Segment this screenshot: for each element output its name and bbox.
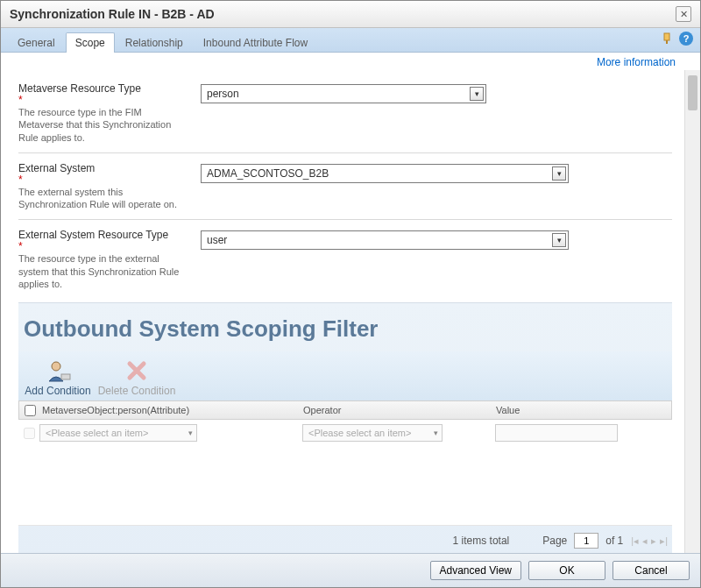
pager-nav: |◂ ◂ ▸ ▸| — [630, 535, 669, 547]
metaverse-resource-type-select[interactable]: person ▾ — [201, 84, 486, 103]
dialog-footer: Advanced View OK Cancel — [1, 553, 700, 587]
content-wrapper: Metaverse Resource Type * The resource t… — [1, 70, 700, 553]
row-checkbox — [24, 428, 35, 439]
section-title: Outbound System Scoping Filter — [18, 303, 672, 351]
vertical-scrollbar[interactable] — [684, 70, 700, 553]
tabbar-actions: ? — [660, 32, 693, 46]
operator-select[interactable]: <Please select an item> ▾ — [302, 424, 443, 442]
value-input[interactable] — [495, 424, 618, 442]
advanced-view-button[interactable]: Advanced View — [430, 561, 522, 580]
column-header-operator: Operator — [303, 405, 496, 415]
items-total-label: 1 items total — [453, 535, 510, 547]
svg-point-2 — [52, 362, 60, 371]
select-value: user — [207, 234, 227, 246]
field-label: Metaverse Resource Type — [18, 82, 185, 95]
field-input-area: person ▾ — [201, 82, 569, 144]
tool-label: Add Condition — [25, 385, 90, 397]
filter-grid-body: <Please select an item> ▾ <Please select… — [18, 420, 672, 525]
close-icon: ✕ — [680, 9, 688, 20]
page-number-input[interactable] — [574, 533, 598, 549]
required-marker: * — [18, 96, 185, 104]
close-button[interactable]: ✕ — [676, 6, 691, 22]
svg-rect-0 — [664, 33, 669, 40]
required-marker: * — [18, 175, 185, 184]
delete-condition-button: Delete Condition — [97, 358, 176, 397]
help-icon[interactable]: ? — [679, 32, 693, 46]
more-information-link[interactable]: More information — [597, 56, 676, 68]
row-checkbox-cell — [18, 428, 39, 439]
field-label-block: External System * The external system th… — [18, 162, 185, 211]
required-marker: * — [18, 242, 185, 251]
field-description: The external system this Synchronization… — [18, 186, 185, 211]
column-header-value: Value — [496, 405, 671, 415]
header-checkbox-cell — [19, 405, 40, 416]
operator-cell: <Please select an item> ▾ — [302, 424, 495, 442]
delete-x-icon — [123, 358, 151, 383]
field-metaverse-resource-type: Metaverse Resource Type * The resource t… — [18, 74, 672, 153]
select-value: person — [207, 88, 239, 100]
add-condition-button[interactable]: Add Condition — [18, 358, 97, 397]
field-label-block: Metaverse Resource Type * The resource t… — [18, 82, 185, 144]
pager-last-icon[interactable]: ▸| — [659, 535, 669, 547]
filter-toolbar: Add Condition Delete Condition — [18, 351, 672, 400]
dialog-title: Synchronization Rule IN - B2B - AD — [10, 7, 215, 21]
ok-button[interactable]: OK — [528, 561, 605, 580]
pin-icon[interactable] — [660, 32, 674, 46]
more-info-row: More information — [1, 53, 700, 70]
pager-next-icon[interactable]: ▸ — [650, 535, 657, 547]
field-input-area: ADMA_SCONTOSO_B2B ▾ — [201, 162, 569, 211]
tab-inbound-attribute-flow[interactable]: Inbound Attribute Flow — [194, 32, 317, 53]
field-label: External System Resource Type — [18, 229, 185, 241]
external-system-resource-type-select[interactable]: user ▾ — [201, 230, 569, 250]
value-cell — [495, 424, 672, 442]
scrollbar-thumb[interactable] — [688, 75, 697, 110]
filter-grid-header: MetaverseObject:person(Attribute) Operat… — [18, 400, 672, 420]
field-label-block: External System Resource Type * The reso… — [18, 229, 185, 290]
page-label: Page — [542, 535, 567, 547]
attribute-cell: <Please select an item> ▾ — [39, 424, 302, 442]
field-external-system: External System * The external system th… — [18, 153, 672, 221]
tab-general[interactable]: General — [8, 32, 65, 53]
tab-relationship[interactable]: Relationship — [116, 32, 193, 53]
svg-rect-3 — [61, 374, 70, 379]
chevron-down-icon: ▾ — [470, 87, 484, 101]
select-all-checkbox[interactable] — [25, 405, 36, 416]
person-add-icon — [44, 358, 72, 383]
page-of-label: of 1 — [605, 535, 623, 547]
grid-pager: 1 items total Page of 1 |◂ ◂ ▸ ▸| — [18, 525, 672, 553]
title-bar: Synchronization Rule IN - B2B - AD ✕ — [1, 1, 700, 28]
field-description: The resource type in the FIM Metaverse t… — [18, 106, 185, 144]
chevron-down-icon: ▾ — [552, 233, 566, 247]
external-system-select[interactable]: ADMA_SCONTOSO_B2B ▾ — [201, 164, 569, 183]
select-value: ADMA_SCONTOSO_B2B — [207, 167, 329, 180]
chevron-down-icon: ▾ — [434, 429, 438, 437]
pager-prev-icon[interactable]: ◂ — [641, 535, 648, 547]
tool-label: Delete Condition — [98, 385, 176, 397]
tab-bar: General Scope Relationship Inbound Attri… — [1, 28, 700, 53]
tab-scope[interactable]: Scope — [66, 32, 115, 53]
field-label: External System — [18, 162, 185, 174]
chevron-down-icon: ▾ — [552, 166, 566, 181]
pager-first-icon[interactable]: |◂ — [630, 535, 640, 547]
chevron-down-icon: ▾ — [188, 429, 193, 437]
column-header-attribute: MetaverseObject:person(Attribute) — [40, 405, 303, 415]
cancel-button[interactable]: Cancel — [612, 561, 690, 580]
field-input-area: user ▾ — [201, 229, 569, 290]
dialog-window: Synchronization Rule IN - B2B - AD ✕ Gen… — [0, 0, 701, 588]
attribute-select[interactable]: <Please select an item> ▾ — [39, 424, 197, 442]
scrollable-content: Metaverse Resource Type * The resource t… — [1, 70, 684, 553]
svg-rect-1 — [666, 40, 668, 44]
select-placeholder: <Please select an item> — [308, 428, 411, 438]
select-placeholder: <Please select an item> — [46, 428, 148, 438]
scoping-filter-section: Outbound System Scoping Filter Add Condi… — [18, 302, 672, 553]
field-description: The resource type in the external system… — [18, 252, 185, 290]
field-external-system-resource-type: External System Resource Type * The reso… — [18, 220, 672, 299]
filter-grid-row: <Please select an item> ▾ <Please select… — [18, 420, 672, 443]
